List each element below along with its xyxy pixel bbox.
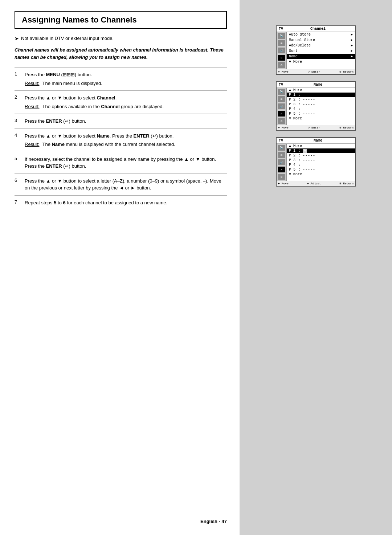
icon-speaker-3: 🔊 [278, 159, 285, 165]
icon-antenna-2: 📡 [278, 89, 285, 95]
adddelete-arrow: ► [351, 44, 353, 48]
note-arrow-icon: ➤ [15, 36, 19, 41]
tv-label-1: TV [279, 27, 283, 31]
edit-p5-val: ----- [303, 168, 315, 172]
p5-val: ----- [303, 112, 315, 116]
more-top-label-2: ▲ More [289, 88, 302, 92]
edit-p2-colon: : [298, 154, 301, 158]
name-edit-item-p5: P 5 : ----- [287, 167, 355, 172]
icon-grid-3: ⊞ [278, 152, 285, 158]
step-content-6: Press the ▲ or ▼ button to select a lett… [22, 173, 227, 195]
sort-arrow: ► [351, 49, 353, 53]
icon-x: ✕ [278, 55, 285, 61]
footer-enter-2: ↵ Enter [308, 126, 320, 129]
page-title: Assigning Names to Channels [22, 15, 220, 25]
channel-header-1: Channel [310, 27, 326, 31]
tv-label-3: TV [279, 139, 283, 143]
footer-return-3: ⊞ Return [340, 182, 354, 185]
tv-icons-col-1: 📡 ⊞ 🔊 ✕ ⚙ [277, 32, 287, 69]
tv-menu-2-body: 📡 ⊞ 🔊 ✕ ⚙ ▲ More P 1 : ----- [277, 88, 355, 125]
step-row-1: 1 Press the MENU (⊞⊞⊞) button. Result: T… [15, 68, 227, 91]
tv-icons-col-2: 📡 ⊞ 🔊 ✕ ⚙ [277, 88, 287, 125]
edit-p3-colon: : [298, 158, 301, 162]
icon-antenna: 📡 [278, 33, 285, 39]
icon-x-2: ✕ [278, 111, 285, 117]
more-bottom-label-2: ▼ More [289, 117, 302, 121]
edit-p2-val: ----- [303, 154, 315, 158]
step-row-3: 3 Press the ENTER (↵) button. [15, 114, 227, 129]
menu-item-adddelete: Add/Delete ► [287, 43, 355, 48]
result-text-4: The Name menu is displayed with the curr… [42, 141, 175, 148]
content-area: Assigning Names to Channels ➤ Not availa… [0, 0, 240, 535]
intro-paragraph: Channel names will be assigned automatic… [15, 46, 227, 61]
icon-grid-2: ⊞ [278, 96, 285, 102]
result-label-1: Result: [25, 80, 39, 87]
step-num-3: 3 [15, 114, 22, 129]
step-content-2: Press the ▲ or ▼ button to select Channe… [22, 91, 227, 114]
step-num-2: 2 [15, 91, 22, 114]
name-edit-item-p3: P 3 : ----- [287, 158, 355, 163]
result-label-2: Result: [25, 103, 39, 110]
result-text-2: The options available in the Channel gro… [42, 103, 164, 110]
footer-move-1: ❖ Move [278, 70, 289, 73]
step-row-6: 6 Press the ▲ or ▼ button to select a le… [15, 173, 227, 195]
name-edit-item-p1: P 1 : A [287, 148, 355, 153]
step-row-7: 7 Repeat steps 5 to 6 for each channel t… [15, 195, 227, 210]
menu-item-sort-label: Sort [289, 49, 298, 53]
tv-menu-items-1: Auto Store ► Manual Store ► Add/Delete ►… [287, 32, 355, 69]
step-num-1: 1 [15, 68, 22, 91]
p5-colon: : [298, 112, 301, 116]
name-header-2: Name [314, 83, 322, 87]
edit-p4-num: P 4 [289, 163, 297, 167]
icon-speaker: 🔊 [278, 48, 285, 53]
tv-menu-name-edit: TV Name 📡 ⊞ 🔊 ✕ ⚙ ▲ More P 1 [276, 137, 356, 187]
name-item-p3: P 3 : ----- [287, 102, 355, 107]
menu-item-more: ▼ More [287, 59, 355, 65]
step-row-2: 2 Press the ▲ or ▼ button to select Chan… [15, 91, 227, 114]
footer-move-2: ❖ Move [278, 126, 289, 129]
more-top-label-3: ▲ More [289, 144, 302, 148]
step-row-5: 5 If necessary, select the channel to be… [15, 152, 227, 173]
edit-p1-colon: : [298, 149, 301, 153]
menu-item-manualstore-label: Manual Store [289, 38, 315, 42]
more-top-2: ▲ More [287, 88, 355, 93]
p2-colon: : [298, 98, 301, 102]
name-item-p4: P 4 : ----- [287, 107, 355, 111]
tv-menu-2-header: TV Name [277, 82, 355, 88]
step-num-5: 5 [15, 152, 22, 173]
p5-num: P 5 [289, 112, 297, 116]
tv-menu-1-footer: ❖ Move ↵ Enter ⊞ Return [277, 69, 355, 74]
step-num-6: 6 [15, 173, 22, 195]
name-item-p2: P 2 : ----- [287, 97, 355, 102]
p3-num: P 3 [289, 102, 297, 106]
p4-val: ----- [303, 107, 315, 111]
tv-menu-1-body: 📡 ⊞ 🔊 ✕ ⚙ Auto Store ► Manual Store ► [277, 32, 355, 69]
edit-p1-num: P 1 [289, 149, 297, 153]
tv-menu-channel: TV Channel 📡 ⊞ 🔊 ✕ ⚙ Auto Store ► [276, 25, 356, 75]
icon-speaker-2: 🔊 [278, 103, 285, 109]
step-content-7: Repeat steps 5 to 6 for each channel to … [22, 195, 227, 210]
name-item-p1: P 1 : ----- [287, 93, 355, 97]
p1-val: ----- [303, 93, 315, 97]
edit-p5-num: P 5 [289, 168, 297, 172]
step-num-4: 4 [15, 128, 22, 152]
menu-item-name-label: Name [289, 54, 298, 58]
steps-table: 1 Press the MENU (⊞⊞⊞) button. Result: T… [15, 67, 227, 210]
icon-settings-3: ⚙ [278, 174, 285, 180]
menu-item-name: Name ► [287, 54, 355, 59]
tv-icons-col-3: 📡 ⊞ 🔊 ✕ ⚙ [277, 144, 287, 181]
page-footer: English - 47 [200, 519, 227, 524]
name-edit-item-p4: P 4 : ----- [287, 163, 355, 167]
footer-return-2: ⊞ Return [340, 126, 354, 129]
step-content-3: Press the ENTER (↵) button. [22, 114, 227, 129]
footer-adjust-3: ❖ Adjust [307, 182, 321, 185]
menu-item-sort: Sort ► [287, 48, 355, 54]
tv-menu-items-2: ▲ More P 1 : ----- P 2 : ----- P 3 : [287, 88, 355, 125]
footer-enter-1: ↵ Enter [308, 70, 320, 73]
more-top-3: ▲ More [287, 144, 355, 148]
edit-p4-val: ----- [303, 163, 315, 167]
name-edit-item-p2: P 2 : ----- [287, 153, 355, 158]
step-content-4: Press the ▲ or ▼ button to select Name. … [22, 128, 227, 152]
edit-p3-val: ----- [303, 158, 315, 162]
edit-p4-colon: : [298, 163, 301, 167]
